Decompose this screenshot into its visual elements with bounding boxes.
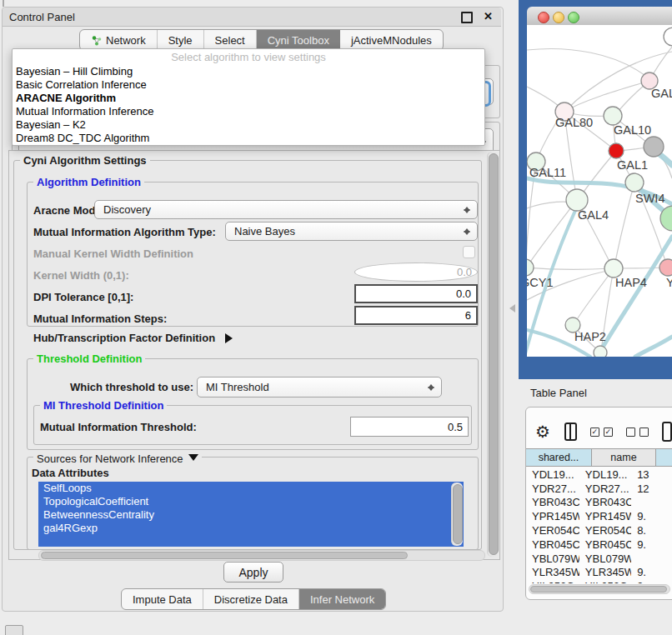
scrollbar-thumb[interactable] [530, 586, 667, 592]
table-row[interactable]: YBL079WYBL079W [526, 552, 672, 566]
select-all-icon: ✓ [590, 428, 599, 437]
network-node-gal10[interactable] [604, 107, 622, 125]
network-node[interactable] [664, 28, 672, 46]
table-cell: YBR045C [526, 538, 579, 551]
table-cell: YPR145W [579, 510, 631, 522]
select-all-icon: ✓ [604, 428, 613, 437]
float-panel-icon[interactable] [461, 12, 473, 23]
network-node-label: GAL [651, 87, 672, 100]
hub-definition-expander[interactable]: Hub/Transcription Factor Definition [33, 332, 238, 344]
dropdown-option[interactable]: Dream8 DC_TDC Algorithm [13, 132, 484, 145]
network-node[interactable] [594, 346, 607, 357]
tab-discretize-data[interactable]: Discretize Data [203, 589, 299, 609]
dpi-tolerance-field[interactable]: 0.0 [354, 284, 478, 303]
network-canvas[interactable]: GALGAL80GAL10GAL1SWI4GAL11GAL4GCY1HAP4YH… [527, 25, 672, 357]
group-title: Sources for Network Inference [33, 451, 202, 465]
dropdown-option[interactable]: Bayesian – K2 [13, 118, 484, 132]
mi-algorithm-type-combobox[interactable]: Naive Bayes [225, 222, 478, 241]
table-row[interactable]: YBR043CYBR043C [526, 496, 672, 510]
table-row[interactable]: YIL052CYIL052C9 [526, 579, 672, 583]
table-cell: YBR043C [579, 496, 631, 508]
tab-label: Cyni Toolbox [268, 34, 329, 47]
table-panel-toolbar: ⚙✓✓ [525, 417, 672, 447]
network-node-label: GAL4 [578, 208, 609, 222]
table-cell: YPR145W [526, 510, 579, 522]
tab-cyni-toolbox[interactable]: Cyni Toolbox [257, 30, 340, 50]
tab-jactivemnodules[interactable]: jActiveMNodules [340, 30, 443, 50]
which-threshold-value: MI Threshold [206, 381, 269, 393]
group-title: Threshold Definition [33, 352, 145, 365]
dropdown-option[interactable]: Bayesian – Hill Climbing [13, 65, 484, 78]
tab-impute-data[interactable]: Impute Data [122, 589, 203, 609]
kernel-width-field[interactable]: 0.0 [354, 262, 478, 282]
network-node-label: GAL1 [617, 158, 648, 172]
table-cell: YDR27... [526, 482, 579, 495]
aracne-mode-combobox[interactable]: Discovery [94, 200, 478, 219]
network-node-gal1[interactable] [609, 143, 624, 158]
network-edge [564, 81, 649, 112]
expander-collapsed-icon [225, 333, 238, 343]
table-row[interactable]: YBR045CYBR045C9. [526, 538, 672, 552]
scrollbar-thumb[interactable] [41, 552, 408, 559]
network-edge [527, 268, 612, 269]
mi-steps-field[interactable]: 6 [354, 306, 478, 325]
network-node-swi4[interactable] [625, 173, 644, 192]
table-page-icon[interactable] [662, 422, 672, 442]
table-cell: YIL052C [579, 580, 631, 583]
tab-style[interactable]: Style [158, 30, 204, 50]
expander-expanded-icon[interactable] [188, 454, 198, 466]
scrollbar-thumb[interactable] [489, 153, 499, 555]
network-node-label: HAP2 [574, 330, 606, 343]
table-cell: YLR345W [579, 566, 631, 578]
gear-icon[interactable]: ⚙ [535, 422, 550, 442]
minimize-window-icon[interactable] [553, 12, 564, 23]
table-cell: YDL19... [579, 468, 631, 481]
manual-kernel-width-checkbox[interactable] [463, 246, 475, 258]
panel-splitter-handle[interactable] [505, 304, 515, 312]
list-vertical-scrollbar[interactable] [451, 482, 463, 546]
column-header[interactable]: name [592, 448, 656, 467]
apply-button[interactable]: Apply [223, 562, 283, 582]
table-row[interactable]: YDR27...YDR27...12 [526, 482, 672, 496]
table-cell: YBR043C [526, 496, 579, 508]
deselect-all-icon[interactable] [626, 428, 649, 437]
column-header[interactable] [656, 448, 672, 467]
mi-steps-value: 6 [465, 309, 471, 322]
table-row[interactable]: YDL19...YDL19...13 [526, 468, 672, 482]
which-threshold-combobox[interactable]: MI Threshold [197, 377, 442, 398]
tab-network[interactable]: Network [80, 30, 158, 50]
group-title: MI Threshold Definition [40, 399, 167, 412]
scrollbar-thumb[interactable] [453, 484, 463, 544]
attribute-list-item[interactable]: BetweennessCentrality [38, 508, 464, 522]
data-attributes-label: Data Attributes [32, 467, 109, 479]
network-node-gcy1[interactable] [527, 259, 534, 276]
attribute-list-item[interactable]: TopologicalCoefficient [38, 495, 464, 508]
close-window-icon[interactable] [538, 12, 549, 23]
table-row[interactable]: YLR345WYLR345W9. [526, 566, 672, 580]
table-row[interactable]: YER054CYER054C8. [526, 523, 672, 538]
network-node-hap4[interactable] [604, 259, 623, 278]
network-node-y[interactable] [659, 259, 672, 276]
column-header[interactable]: shared... [526, 448, 592, 467]
mi-threshold-field[interactable]: 0.5 [350, 417, 469, 437]
table-row[interactable]: YPR145WYPR145W9. [526, 509, 672, 523]
dropdown-option[interactable]: Mutual Information Inference [13, 105, 484, 118]
dropdown-option[interactable]: Basic Correlation Inference [13, 78, 484, 92]
select-all-icon[interactable]: ✓✓ [590, 428, 613, 437]
tab-select[interactable]: Select [204, 30, 257, 50]
screen: Control Panel ✕ NetworkStyleSelectCyni T… [0, 0, 672, 635]
close-panel-icon[interactable]: ✕ [484, 10, 493, 22]
attribute-list-item[interactable]: gal4RGexp [38, 522, 464, 535]
table-horizontal-scrollbar[interactable] [529, 584, 670, 594]
tab-infer-network[interactable]: Infer Network [299, 589, 385, 609]
zoom-window-icon[interactable] [568, 12, 579, 23]
split-view-icon[interactable] [564, 422, 577, 441]
attribute-list-item[interactable]: SelfLoops [38, 482, 464, 495]
bottom-left-partial-icon [5, 625, 23, 635]
settings-vertical-scrollbar[interactable] [487, 152, 499, 557]
dropdown-option[interactable]: ARACNE Algorithm [13, 92, 484, 105]
data-attributes-list[interactable]: SelfLoopsTopologicalCoefficientBetweenne… [38, 482, 464, 547]
settings-horizontal-scrollbar[interactable] [38, 550, 485, 561]
network-node[interactable] [644, 137, 664, 157]
tab-label: Style [168, 34, 193, 47]
